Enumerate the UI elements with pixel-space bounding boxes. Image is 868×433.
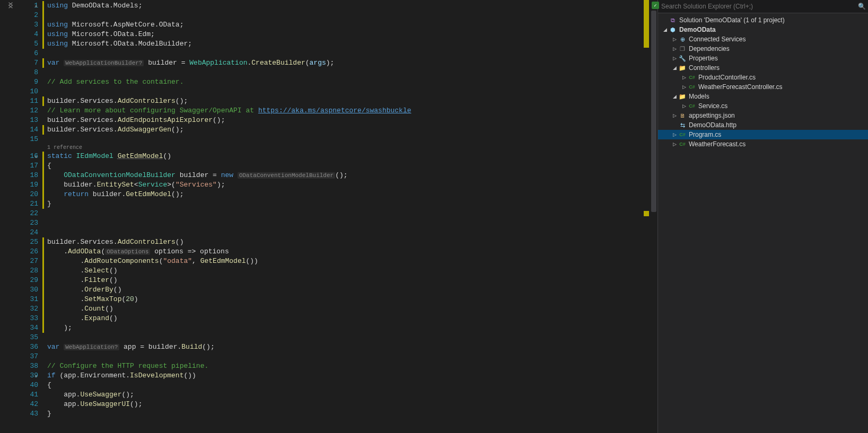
- line-number: 7: [21, 58, 42, 68]
- code-line[interactable]: // Configure the HTTP request pipeline.: [44, 361, 639, 371]
- tree-item-weatherforecast-cs[interactable]: ▷ C# WeatherForecast.cs: [658, 139, 868, 149]
- code-line[interactable]: .AddOData(ODataOptions options => option…: [44, 247, 639, 257]
- expander-icon[interactable]: ▷: [671, 54, 678, 63]
- code-line[interactable]: [44, 49, 639, 58]
- tree-label: Controllers: [689, 63, 720, 73]
- editor-scrollbar[interactable]: ✓: [650, 0, 657, 433]
- expander-icon[interactable]: ▷: [671, 44, 678, 54]
- tree-item-properties[interactable]: ▷ 🔧 Properties: [658, 54, 868, 63]
- expander-icon[interactable]: ▷: [671, 34, 678, 44]
- scrollbar-thumb[interactable]: [651, 11, 656, 212]
- expander-icon[interactable]: ▷: [671, 139, 678, 149]
- code-line[interactable]: using Microsoft.AspNetCore.OData;: [44, 20, 639, 30]
- code-line[interactable]: builder.EntitySet<Service>("Services");: [44, 180, 639, 190]
- expander-icon[interactable]: ◢: [671, 92, 678, 101]
- line-number: 33: [21, 314, 42, 323]
- code-line[interactable]: .Filter(): [44, 276, 639, 285]
- tree-item-program-cs[interactable]: ▷ C# Program.cs: [658, 130, 868, 139]
- tree-item-service-cs[interactable]: ▷ C# Service.cs: [658, 101, 868, 111]
- dependencies-icon: ❐: [678, 45, 687, 53]
- expander-icon[interactable]: ◢: [671, 63, 678, 73]
- tree-item-appsettings[interactable]: ▷ 🗎 appsettings.json: [658, 111, 868, 120]
- search-icon[interactable]: 🔍: [855, 3, 868, 10]
- code-line[interactable]: [44, 135, 639, 144]
- code-line[interactable]: .SetMaxTop(20): [44, 295, 639, 304]
- link[interactable]: https://aka.ms/aspnetcore/swashbuckle: [258, 107, 411, 114]
- tree-item-connected-services[interactable]: ▷ ⊕ Connected Services: [658, 34, 868, 44]
- line-number: 41: [21, 390, 42, 400]
- code-line[interactable]: // Learn more about configuring Swagger/…: [44, 106, 639, 116]
- code-line[interactable]: ▾using DemoOData.Models;: [44, 1, 639, 11]
- code-line[interactable]: return builder.GetEdmModel();: [44, 190, 639, 199]
- code-line[interactable]: using Microsoft.OData.ModelBuilder;: [44, 39, 639, 49]
- tree-label: Program.cs: [689, 130, 721, 139]
- tree-label: Connected Services: [689, 34, 746, 44]
- code-line[interactable]: app.UseSwagger();: [44, 390, 639, 400]
- csharp-file-icon: C#: [678, 130, 687, 139]
- solution-tree[interactable]: ⧉ Solution 'DemoOData' (1 of 1 project) …: [658, 13, 868, 433]
- solution-search-bar[interactable]: 🔍: [658, 0, 868, 13]
- code-line[interactable]: [44, 218, 639, 228]
- code-line[interactable]: );: [44, 323, 639, 333]
- expander-icon[interactable]: ▷: [680, 101, 688, 111]
- tree-item-controllers-folder[interactable]: ◢ 📁 Controllers: [658, 63, 868, 73]
- code-line[interactable]: using Microsoft.OData.Edm;: [44, 30, 639, 39]
- tree-item-models-folder[interactable]: ◢ 📁 Models: [658, 92, 868, 101]
- code-line[interactable]: .AddRouteComponents("odata", GetEdmModel…: [44, 257, 639, 266]
- code-line[interactable]: builder.Services.AddControllers();: [44, 96, 639, 106]
- code-line[interactable]: {: [44, 381, 639, 390]
- solution-search-input[interactable]: [658, 1, 855, 12]
- code-line[interactable]: .Expand(): [44, 314, 639, 323]
- expander-icon[interactable]: ▷: [680, 73, 688, 82]
- tree-label: WeatherForecastController.cs: [698, 82, 783, 92]
- code-line[interactable]: }: [44, 199, 639, 209]
- code-line[interactable]: builder.Services.AddSwaggerGen();: [44, 125, 639, 135]
- tree-item-weathercontroller[interactable]: ▷ C# WeatherForecastController.cs: [658, 82, 868, 92]
- code-line[interactable]: [44, 87, 639, 96]
- tree-item-demohttp[interactable]: ▷ ⇆ DemoOData.http: [658, 120, 868, 130]
- nav-icon: [7, 2, 14, 9]
- tree-item-productcontroller[interactable]: ▷ C# ProductContorller.cs: [658, 73, 868, 82]
- connected-services-icon: ⊕: [678, 35, 687, 43]
- code-line[interactable]: .OrderBy(): [44, 285, 639, 295]
- expander-icon[interactable]: ▷: [680, 82, 688, 92]
- http-file-icon: ⇆: [678, 121, 687, 129]
- code-line[interactable]: [44, 352, 639, 361]
- code-line[interactable]: .Select(): [44, 266, 639, 276]
- app-root: 1 2 3 4 5 6 7 8 9 10 11 12 13 14 15 16 1…: [0, 0, 868, 433]
- code-line[interactable]: builder.Services.AddControllers(): [44, 237, 639, 247]
- code-line[interactable]: ODataConventionModelBuilder builder = ne…: [44, 171, 639, 180]
- code-line[interactable]: }: [44, 409, 639, 419]
- code-line[interactable]: [44, 333, 639, 342]
- expander-icon[interactable]: ◢: [661, 25, 669, 34]
- code-line[interactable]: {: [44, 161, 639, 171]
- line-number: 32: [21, 304, 42, 314]
- code-line[interactable]: .Count(): [44, 304, 639, 314]
- code-line[interactable]: // Add services to the container.: [44, 77, 639, 87]
- expander-icon[interactable]: ▷: [671, 130, 678, 139]
- code-line[interactable]: builder.Services.AddEndpointsApiExplorer…: [44, 116, 639, 125]
- code-line[interactable]: var WebApplication? app = builder.Build(…: [44, 342, 639, 352]
- code-line[interactable]: var WebApplicationBuilder? builder = Web…: [44, 58, 639, 68]
- collapse-icon[interactable]: ▾: [34, 153, 41, 159]
- code-line[interactable]: [44, 228, 639, 237]
- project-node[interactable]: ◢ ⬢ DemoOData: [658, 25, 868, 34]
- code-line[interactable]: ▾static IEdmModel GetEdmModel(): [44, 152, 639, 161]
- json-file-icon: 🗎: [678, 111, 687, 120]
- tree-item-dependencies[interactable]: ▷ ❐ Dependencies: [658, 44, 868, 54]
- code-content[interactable]: ▾using DemoOData.Models; using Microsoft…: [42, 0, 639, 433]
- code-line[interactable]: ▾if (app.Environment.IsDevelopment()): [44, 371, 639, 381]
- health-indicator-ok-icon[interactable]: ✓: [652, 2, 659, 9]
- collapse-icon[interactable]: ▾: [34, 372, 41, 378]
- collapse-icon[interactable]: ▾: [34, 2, 41, 8]
- codelens[interactable]: 1 reference: [44, 144, 639, 152]
- code-line[interactable]: app.UseSwaggerUI();: [44, 400, 639, 409]
- expander-icon[interactable]: ▷: [671, 111, 678, 120]
- code-line[interactable]: [44, 11, 639, 20]
- code-editor[interactable]: 1 2 3 4 5 6 7 8 9 10 11 12 13 14 15 16 1…: [0, 0, 657, 433]
- line-number: 5: [21, 39, 42, 49]
- code-line[interactable]: [44, 68, 639, 77]
- solution-node[interactable]: ⧉ Solution 'DemoOData' (1 of 1 project): [658, 15, 868, 25]
- line-number: 42: [21, 400, 42, 409]
- code-line[interactable]: [44, 209, 639, 218]
